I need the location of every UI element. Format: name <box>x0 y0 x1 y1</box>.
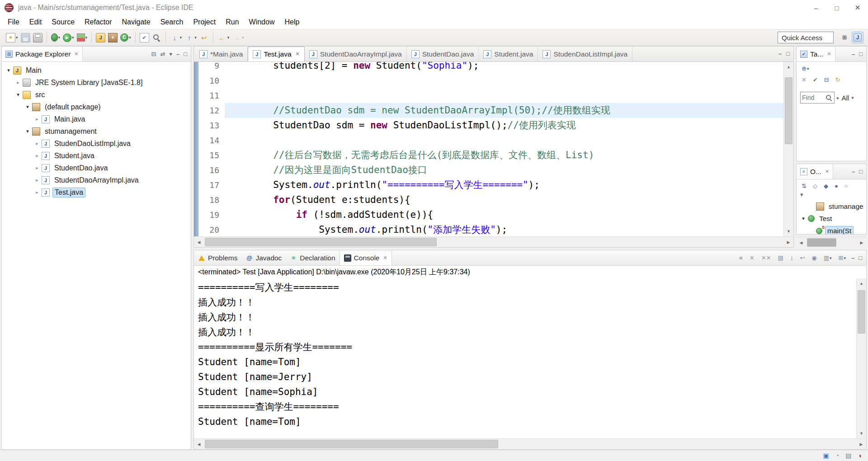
menu-edit[interactable]: Edit <box>24 16 47 28</box>
toolbar-back-button[interactable]: ←▾ <box>217 32 231 43</box>
close-view-icon[interactable] <box>74 51 78 57</box>
expanded-arrow-icon[interactable]: ▾ <box>24 104 32 110</box>
minimize-view-icon[interactable] <box>176 51 179 57</box>
toolbar-debug-button[interactable]: ▾ <box>50 33 61 42</box>
menu-window[interactable]: Window <box>244 16 280 28</box>
close-view-icon[interactable] <box>825 169 829 174</box>
console-word-wrap-button[interactable]: ↩ <box>799 254 806 262</box>
toolbar-open-task-button[interactable]: ✔ <box>139 32 150 43</box>
task-list-tab[interactable]: Ta... <box>797 47 835 61</box>
collapsed-arrow-icon[interactable]: ▸ <box>33 153 41 159</box>
maximize-button[interactable]: □ <box>826 0 847 15</box>
console-remove-all-launches-button[interactable]: ✕✕ <box>760 254 772 262</box>
toolbar-new-wizard-button[interactable]: ★▾ <box>5 32 19 43</box>
tree-item[interactable]: ▸JTest.java <box>2 186 191 198</box>
menu-project[interactable]: Project <box>188 16 221 28</box>
view-tab-problems[interactable]: Problems <box>194 250 241 265</box>
scroll-down-icon[interactable]: ▼ <box>857 428 866 438</box>
open-perspective-button[interactable]: ⊞ <box>839 32 850 43</box>
hide-non-public-members-button[interactable]: ● <box>834 182 839 190</box>
menu-help[interactable]: Help <box>279 16 304 28</box>
close-view-icon[interactable] <box>827 51 831 57</box>
filter-dropdown-icon[interactable]: ▾ <box>851 95 854 101</box>
scroll-right-icon[interactable]: ▶ <box>856 439 866 449</box>
toolbar-next-annotation-button[interactable]: ↓▾ <box>169 32 183 43</box>
toolbar-last-edit-location-button[interactable]: ↩ <box>198 32 210 43</box>
scroll-track[interactable] <box>784 72 793 226</box>
menu-source[interactable]: Source <box>47 16 80 28</box>
console-open-console-button[interactable]: ⊞▾ <box>837 254 846 262</box>
task-find-box[interactable] <box>800 92 835 103</box>
tree-item[interactable]: stumanage <box>797 200 866 212</box>
view-menu-icon[interactable] <box>169 51 172 57</box>
collapsed-arrow-icon[interactable]: ▸ <box>33 141 41 146</box>
package-explorer-tree[interactable]: ▾JMain▸JRE System Library [JavaSE-1.8]▾s… <box>2 62 191 449</box>
tree-item[interactable]: ▸JStudent.java <box>2 150 191 162</box>
expanded-arrow-icon[interactable]: ▾ <box>14 92 22 98</box>
console-terminate-button[interactable]: ■ <box>738 254 744 262</box>
editor-tab[interactable]: JStudentDao.java <box>407 47 479 61</box>
collapsed-arrow-icon[interactable]: ▸ <box>33 116 41 122</box>
toolbar-forward-button[interactable]: →▾ <box>231 32 245 43</box>
toolbar-new-java-class-button[interactable]: C▾ <box>119 33 132 42</box>
maximize-view-icon[interactable] <box>859 255 862 261</box>
expand-filter-icon[interactable]: ▸ <box>837 95 840 101</box>
delete-task-button[interactable]: ✕ <box>801 76 807 84</box>
scroll-thumb[interactable] <box>785 77 793 144</box>
menu-refactor[interactable]: Refactor <box>80 16 117 28</box>
editor-tab[interactable]: JTest.java✕ <box>248 47 304 61</box>
collapse-all-button[interactable]: ⊟ <box>823 76 830 84</box>
collapse-all-icon[interactable] <box>151 51 156 57</box>
tree-item[interactable]: ▾Test <box>797 212 866 225</box>
console-vertical-scrollbar[interactable]: ▲ ▼ <box>856 278 866 438</box>
scroll-track[interactable] <box>806 237 857 248</box>
tree-item[interactable]: ▾src <box>2 89 191 101</box>
console-display-selected-console-button[interactable]: ▥▾ <box>823 254 833 262</box>
hide-static-members-button[interactable]: ◆ <box>823 182 829 190</box>
package-explorer-tab[interactable]: Package Explorer <box>2 47 83 61</box>
toolbar-new-java-project-button[interactable]: J <box>95 32 106 43</box>
hide-local-types-button[interactable]: ○ <box>844 182 849 190</box>
toolbar-coverage-button[interactable]: ▾ <box>76 33 89 42</box>
tasks-icon[interactable]: ▤ <box>845 452 851 459</box>
scroll-thumb[interactable] <box>205 238 437 246</box>
tree-item[interactable]: ▾JMain <box>2 64 191 76</box>
scroll-up-icon[interactable]: ▲ <box>784 62 793 72</box>
tree-item[interactable]: ▸JMain.java <box>2 113 191 125</box>
scroll-thumb[interactable] <box>807 238 836 247</box>
close-button[interactable]: ✕ <box>847 0 868 15</box>
mark-complete-button[interactable]: ✔ <box>812 76 819 84</box>
scroll-down-icon[interactable]: ▼ <box>784 226 793 236</box>
tree-item[interactable]: ▸JStudentDao.java <box>2 162 191 174</box>
background-jobs-icon[interactable]: ◑ <box>858 452 862 459</box>
quick-access-box[interactable]: Quick Access <box>778 32 834 43</box>
new-task-button[interactable]: ⊕▾ <box>801 65 810 72</box>
scroll-right-icon[interactable]: ▶ <box>783 237 793 247</box>
console-clear-console-button[interactable]: ▤ <box>777 254 784 262</box>
menu-search[interactable]: Search <box>156 16 189 28</box>
console-body[interactable]: ==========写入学生========插入成功！！插入成功！！插入成功！！… <box>194 278 866 438</box>
scroll-track[interactable] <box>857 288 866 428</box>
collapsed-arrow-icon[interactable]: ▸ <box>14 80 22 85</box>
toolbar-save-button[interactable] <box>20 32 31 43</box>
editor-tab[interactable]: J*Main.java <box>195 47 248 61</box>
sort-button[interactable]: ⇅ <box>801 182 807 190</box>
code-pane[interactable]: students[2] = new Student("Sophia"); //S… <box>225 62 783 236</box>
view-tab-console[interactable]: Console✕ <box>340 250 392 265</box>
scroll-thumb[interactable] <box>205 440 498 448</box>
scroll-up-icon[interactable]: ▲ <box>857 278 866 288</box>
scroll-track[interactable] <box>204 439 856 449</box>
editor-tab[interactable]: JStudent.java <box>479 47 538 61</box>
scroll-track[interactable] <box>204 237 783 247</box>
tree-item[interactable]: main(St <box>797 225 866 234</box>
synchronize-button[interactable]: ↻ <box>835 76 841 84</box>
editor-tab[interactable]: JStudenDaoListImpl.java <box>538 47 632 61</box>
tree-item[interactable]: ▸JRE System Library [JavaSE-1.8] <box>2 76 191 89</box>
link-with-editor-icon[interactable] <box>160 51 165 57</box>
editor-tab[interactable]: JStudentDaoArrayImpl.java <box>305 47 407 61</box>
minimize-view-icon[interactable] <box>851 255 854 261</box>
show-view-icon[interactable]: ▣ <box>823 452 829 459</box>
maximize-view-icon[interactable] <box>184 51 187 57</box>
toolbar-print-button[interactable] <box>32 32 43 43</box>
code-editor[interactable]: 91011121314151617181920 students[2] = ne… <box>194 62 793 236</box>
